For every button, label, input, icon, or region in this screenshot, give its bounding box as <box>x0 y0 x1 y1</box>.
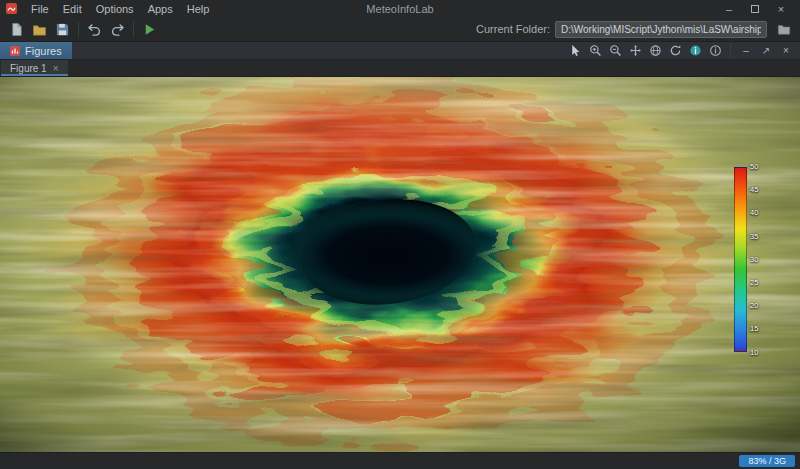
undo-icon <box>87 22 102 37</box>
select-button[interactable] <box>566 43 584 59</box>
save-icon <box>55 22 70 37</box>
about-figure-button[interactable] <box>706 43 724 59</box>
figures-toolbar: – ↗ × <box>566 42 800 59</box>
colorbar: 50 45 40 35 30 25 20 15 10 <box>734 167 747 352</box>
panel-float-button[interactable]: ↗ <box>757 43 775 59</box>
run-icon <box>142 22 157 37</box>
globe-icon <box>649 44 662 57</box>
figures-toolbar-separator <box>730 43 731 58</box>
colorbar-tick: 35 <box>750 233 758 241</box>
identify-button[interactable] <box>686 43 704 59</box>
zoom-in-button[interactable] <box>586 43 604 59</box>
redo-icon <box>110 22 125 37</box>
close-button[interactable]: × <box>768 1 794 16</box>
main-toolbar: Current Folder: <box>0 17 800 42</box>
menu-item-file[interactable]: File <box>24 2 56 16</box>
maximize-icon <box>751 5 759 13</box>
run-script-button[interactable] <box>139 19 160 40</box>
zoom-in-icon <box>589 44 602 57</box>
info-icon <box>709 44 722 57</box>
toolbar-separator <box>133 22 134 37</box>
redo-button[interactable] <box>107 19 128 40</box>
new-file-icon <box>9 22 24 37</box>
colorbar-gradient <box>734 167 747 352</box>
current-folder-input[interactable] <box>555 21 767 38</box>
menu-item-options[interactable]: Options <box>89 2 141 16</box>
pan-icon <box>629 44 642 57</box>
app-logo-icon <box>6 3 17 14</box>
current-folder-group: Current Folder: <box>476 19 795 40</box>
panel-minimize-button[interactable]: – <box>737 43 755 59</box>
zoom-out-button[interactable] <box>606 43 624 59</box>
memory-indicator[interactable]: 83% / 3G <box>739 455 795 468</box>
minimize-button[interactable]: – <box>716 1 742 16</box>
open-file-button[interactable] <box>29 19 50 40</box>
rotate-icon <box>669 44 682 57</box>
colorbar-tick: 10 <box>750 349 758 357</box>
menu-item-apps[interactable]: Apps <box>141 2 180 16</box>
figure-canvas[interactable]: 50 45 40 35 30 25 20 15 10 <box>0 77 800 452</box>
titlebar[interactable]: File Edit Options Apps Help MeteoInfoLab… <box>0 0 800 17</box>
colorbar-tick: 45 <box>750 186 758 194</box>
tab-figure-1[interactable]: Figure 1 × <box>1 60 68 76</box>
figure-tabbar: Figure 1 × <box>0 60 800 77</box>
figures-panel-tab[interactable]: Figures <box>0 42 72 59</box>
toolbar-separator <box>78 22 79 37</box>
figures-panel-title: Figures <box>25 45 62 57</box>
browse-folder-button[interactable] <box>773 19 794 40</box>
cursor-icon <box>569 44 582 57</box>
colorbar-tick: 15 <box>750 325 758 333</box>
menu-item-help[interactable]: Help <box>180 2 217 16</box>
colorbar-tick: 50 <box>750 163 758 171</box>
colorbar-tick: 40 <box>750 209 758 217</box>
colorbar-tick: 30 <box>750 256 758 264</box>
figures-icon <box>10 46 20 56</box>
maximize-button[interactable] <box>742 1 768 16</box>
statusbar: 83% / 3G <box>0 452 800 469</box>
colorbar-tick: 25 <box>750 279 758 287</box>
window-controls: – × <box>716 1 794 16</box>
panel-close-button[interactable]: × <box>777 43 795 59</box>
undo-button[interactable] <box>84 19 105 40</box>
colorbar-ticks: 50 45 40 35 30 25 20 15 10 <box>750 163 758 356</box>
zoom-out-icon <box>609 44 622 57</box>
current-folder-label: Current Folder: <box>476 23 550 35</box>
pan-button[interactable] <box>626 43 644 59</box>
tab-close-icon[interactable]: × <box>53 63 59 74</box>
save-button[interactable] <box>52 19 73 40</box>
identify-icon <box>689 44 702 57</box>
window-title: MeteoInfoLab <box>366 3 433 15</box>
figure-tab-label: Figure 1 <box>10 63 47 74</box>
menu-item-edit[interactable]: Edit <box>56 2 89 16</box>
rotate-view-button[interactable] <box>666 43 684 59</box>
hurricane-visualization <box>0 77 800 452</box>
colorbar-tick: 20 <box>750 302 758 310</box>
open-folder-icon <box>32 22 47 37</box>
full-extent-button[interactable] <box>646 43 664 59</box>
meteoinfolab-window: File Edit Options Apps Help MeteoInfoLab… <box>0 0 800 469</box>
figures-panel-header: Figures <box>0 42 800 60</box>
browse-folder-icon <box>777 22 791 36</box>
new-file-button[interactable] <box>6 19 27 40</box>
